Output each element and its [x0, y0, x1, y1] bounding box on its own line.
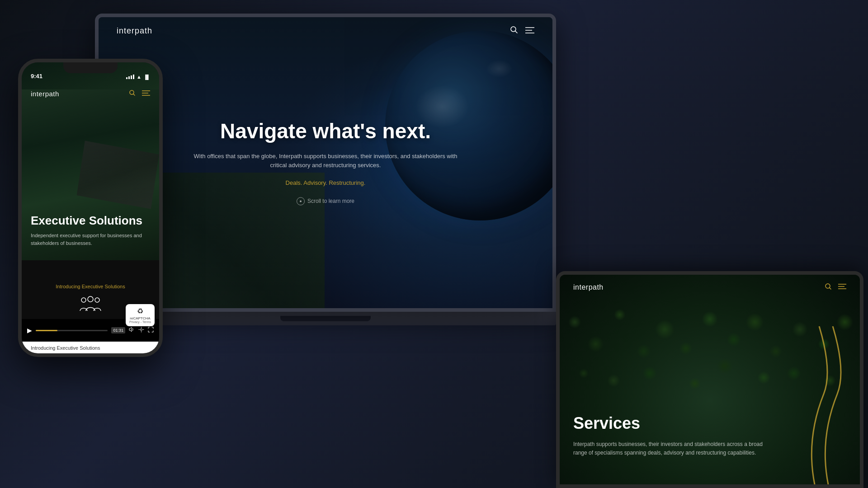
laptop-hinge — [280, 316, 371, 321]
phone-notch — [63, 62, 118, 73]
phone-wifi-icon: ▲ — [137, 74, 142, 80]
laptop-hero: Navigate what's next. With offices that … — [190, 120, 461, 205]
phone-bottom-area: Introducing Executive Solutions — [22, 342, 159, 353]
phone-status-icons: ▲ ▐▌ — [126, 74, 150, 80]
laptop-nav-icons — [510, 26, 534, 36]
video-title-highlight: Solutions — [104, 284, 125, 289]
scroll-label: Scroll to learn more — [307, 198, 354, 205]
phone-navbar: interpath — [22, 82, 159, 105]
phone-app-area: 9:41 ▲ ▐▌ — [22, 62, 159, 260]
cookie-text: reCAPTCHA — [129, 316, 151, 320]
phone-hero-subtitle: Independent executive support for busine… — [31, 232, 150, 247]
laptop-navbar: interpath — [99, 17, 552, 44]
phone-time: 9:41 — [31, 73, 42, 80]
phone-cookie-notice[interactable]: ♻ reCAPTCHA Privacy - Terms — [126, 304, 155, 326]
video-ctrl-icons — [129, 327, 154, 334]
video-title: Introducing Executive Solutions — [56, 284, 125, 289]
play-button[interactable]: ▶ — [27, 327, 32, 334]
svg-line-15 — [830, 288, 831, 290]
laptop-hero-title: Navigate what's next. — [190, 120, 461, 143]
progress-bar[interactable] — [36, 330, 108, 331]
svg-point-12 — [95, 298, 99, 302]
phone-frame: 9:41 ▲ ▐▌ — [18, 59, 163, 357]
phone-signal-icon — [126, 75, 134, 79]
laptop-hero-subtitle: With offices that span the globe, Interp… — [190, 152, 461, 171]
volume-icon[interactable] — [129, 327, 135, 334]
progress-fill — [36, 330, 57, 331]
laptop-frame: interpath — [95, 14, 556, 312]
scroll-circle-icon — [297, 197, 305, 206]
settings-icon[interactable] — [138, 327, 144, 334]
svg-line-6 — [133, 94, 135, 95]
svg-point-10 — [81, 298, 86, 302]
laptop-screen: interpath — [99, 17, 552, 308]
cookie-subtext: Privacy - Terms — [129, 320, 151, 324]
video-timestamp: 01:31 — [111, 327, 125, 333]
tablet-menu-icon[interactable] — [838, 283, 846, 292]
tablet-logo: interpath — [573, 283, 604, 291]
tablet-nav-icons — [825, 283, 846, 292]
tablet-frame: interpath — [556, 271, 863, 488]
laptop-search-icon[interactable] — [510, 26, 518, 36]
fullscreen-icon[interactable] — [148, 327, 154, 334]
tablet-search-icon[interactable] — [825, 283, 832, 292]
tablet-device: interpath — [556, 271, 863, 488]
phone-logo: interpath — [31, 90, 59, 98]
tablet-navbar: interpath — [560, 275, 860, 300]
laptop-device: interpath — [95, 14, 556, 339]
phone-menu-icon[interactable] — [142, 89, 150, 98]
phone-hero-title: Executive Solutions — [31, 214, 150, 227]
phone-nav-icons — [129, 89, 150, 98]
phone-video-player: Introducing Executive Solutions — [22, 260, 159, 342]
video-people-icon — [79, 295, 102, 314]
phone-video-caption: Introducing Executive Solutions — [31, 345, 150, 351]
svg-line-1 — [515, 31, 518, 33]
laptop-logo: interpath — [117, 26, 152, 36]
laptop-menu-icon[interactable] — [525, 26, 534, 36]
phone-search-icon[interactable] — [129, 89, 136, 98]
cookie-logo: ♻ — [129, 307, 151, 315]
laptop-scroll-indicator: Scroll to learn more — [190, 197, 461, 206]
laptop-base — [95, 312, 556, 325]
laptop-hero-links[interactable]: Deals. Advisory. Restructuring. — [190, 180, 461, 187]
video-title-prefix: Introducing Executive — [56, 284, 104, 289]
phone-hero-text: Executive Solutions Independent executiv… — [31, 214, 150, 247]
phone-device: 9:41 ▲ ▐▌ — [18, 59, 163, 357]
tablet-road-svg — [724, 326, 860, 484]
tablet-section-text: Interpath supports businesses, their inv… — [573, 440, 769, 457]
svg-point-11 — [88, 296, 93, 302]
phone-battery-icon: ▐▌ — [144, 75, 150, 80]
tablet-section-title: Services — [573, 414, 769, 433]
tablet-content: Services Interpath supports businesses, … — [573, 414, 769, 457]
tablet-screen: interpath — [560, 275, 860, 484]
svg-point-13 — [141, 329, 142, 331]
